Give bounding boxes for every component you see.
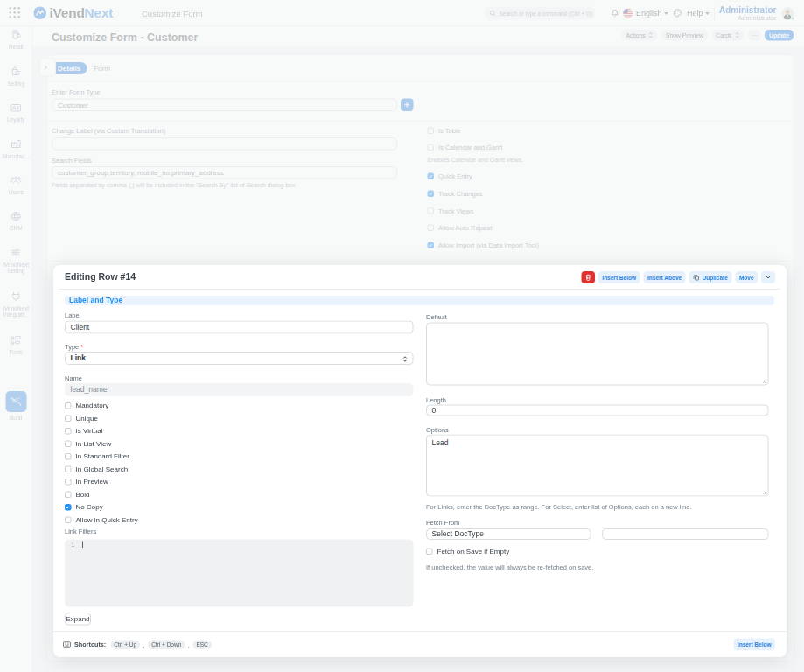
options-field-label: Options bbox=[426, 426, 449, 434]
footer-insert-below-button[interactable]: Insert Below bbox=[733, 639, 775, 651]
type-field-label: Type * bbox=[65, 343, 83, 351]
fetch-from-field-input[interactable] bbox=[602, 528, 769, 540]
checkbox bbox=[65, 453, 72, 460]
chevron-down-icon bbox=[766, 275, 772, 281]
insert-above-button[interactable]: Insert Above bbox=[643, 271, 685, 284]
type-select[interactable]: Link bbox=[65, 352, 414, 365]
fetch-from-doctype-select[interactable]: Select DocType bbox=[426, 528, 591, 540]
section-label-and-type: Label and Type bbox=[65, 296, 774, 305]
in-global-search-checkbox[interactable]: In Global Search bbox=[65, 466, 128, 473]
in-preview-checkbox[interactable]: In Preview bbox=[65, 478, 108, 486]
dialog-title: Editing Row #14 bbox=[65, 272, 136, 283]
in-list-view-checkbox[interactable]: In List View bbox=[65, 440, 111, 448]
keyboard-icon bbox=[63, 641, 71, 648]
delete-row-button[interactable] bbox=[581, 271, 595, 284]
options-textarea[interactable]: Lead bbox=[426, 435, 769, 497]
fetch-from-label: Fetch From bbox=[426, 519, 459, 527]
fetch-help: If unchecked, the value will always be r… bbox=[426, 564, 593, 571]
line-number: 1 bbox=[71, 542, 75, 550]
kbd-ctrl-down: Ctrl + Down bbox=[148, 640, 185, 649]
shortcuts-label: Shortcuts: bbox=[74, 641, 106, 648]
link-filters-editor[interactable]: 1 bbox=[65, 540, 414, 607]
is-virtual-checkbox[interactable]: Is Virtual bbox=[65, 427, 102, 435]
unique-checkbox[interactable]: Unique bbox=[65, 415, 98, 423]
trash-icon bbox=[584, 274, 591, 281]
label-field-label: Label bbox=[65, 312, 80, 319]
separator: , bbox=[188, 640, 190, 648]
select-spinner-icon bbox=[402, 356, 408, 363]
label-input[interactable]: Client bbox=[65, 321, 414, 334]
options-help: For Links, enter the DocType as range. F… bbox=[426, 503, 691, 511]
name-input: lead_name bbox=[65, 383, 414, 396]
duplicate-icon bbox=[693, 274, 700, 281]
insert-below-button[interactable]: Insert Below bbox=[598, 271, 640, 284]
checkbox bbox=[65, 504, 72, 511]
checkbox bbox=[65, 516, 72, 523]
checkbox bbox=[65, 402, 72, 410]
name-field-label: Name bbox=[65, 374, 82, 382]
checkbox bbox=[426, 548, 433, 555]
editing-row-dialog: Editing Row #14 Insert Below Insert Abov… bbox=[53, 265, 787, 657]
editor-cursor bbox=[82, 542, 83, 549]
dialog-footer: Shortcuts: Ctrl + Up , Ctrl + Down , ESC… bbox=[53, 631, 787, 657]
mandatory-checkbox[interactable]: Mandatory bbox=[65, 402, 108, 410]
allow-in-quick-entry-checkbox[interactable]: Allow in Quick Entry bbox=[65, 516, 138, 524]
move-button[interactable]: Move bbox=[735, 271, 758, 284]
kbd-esc: ESC bbox=[192, 640, 211, 649]
more-actions-button[interactable] bbox=[761, 271, 775, 284]
checkbox bbox=[65, 440, 72, 447]
in-standard-filter-checkbox[interactable]: In Standard Filter bbox=[65, 452, 129, 460]
resize-handle-icon[interactable] bbox=[763, 380, 767, 384]
kbd-ctrl-up: Ctrl + Up bbox=[110, 640, 140, 649]
checkbox bbox=[65, 466, 72, 472]
resize-handle-icon[interactable] bbox=[763, 491, 767, 495]
checkbox bbox=[65, 479, 72, 486]
checkbox bbox=[65, 491, 72, 498]
no-copy-checkbox[interactable]: No Copy bbox=[65, 503, 103, 511]
expand-button[interactable]: Expand bbox=[65, 612, 91, 626]
length-input[interactable]: 0 bbox=[426, 405, 769, 416]
default-field-label: Default bbox=[426, 313, 447, 321]
fetch-on-save-checkbox[interactable]: Fetch on Save if Empty bbox=[426, 548, 509, 556]
duplicate-button[interactable]: Duplicate bbox=[689, 271, 732, 284]
separator: , bbox=[143, 640, 145, 648]
checkbox bbox=[65, 415, 72, 422]
checkbox bbox=[65, 428, 72, 435]
bold-checkbox[interactable]: Bold bbox=[65, 491, 90, 499]
link-filters-label: Link Filters bbox=[65, 528, 96, 536]
default-textarea[interactable] bbox=[426, 323, 769, 386]
length-field-label: Length bbox=[426, 396, 446, 404]
